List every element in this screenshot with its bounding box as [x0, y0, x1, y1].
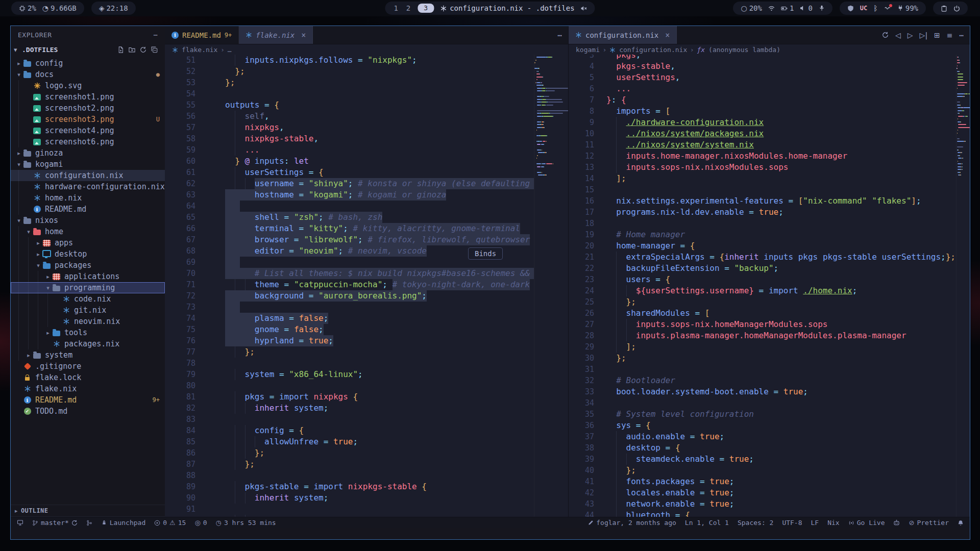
code-line[interactable]: 71 theme = "catppuccin-mocha"; # tokyo-n…	[165, 279, 534, 290]
tree-item-readme.md[interactable]: iREADME.md9+	[11, 394, 165, 406]
power-icon[interactable]	[953, 5, 960, 12]
tree-item-configuration.nix[interactable]: configuration.nix	[11, 170, 165, 181]
code-line[interactable]: 35 # System level configuration	[569, 409, 957, 420]
code-line[interactable]: 36 sys = {	[569, 420, 957, 431]
breadcrumb-file[interactable]: flake.nix	[182, 46, 217, 54]
wakatime-item[interactable]: ◷ 3 hrs 53 mins	[216, 519, 276, 527]
code-line[interactable]: 75 gnome = false;	[165, 324, 534, 335]
close-tab-icon[interactable]: ×	[665, 31, 670, 40]
code-line[interactable]: 23 users = {	[569, 274, 957, 285]
vpn-shield-icon[interactable]	[847, 5, 854, 12]
tree-item-docs[interactable]: ▾docs●	[11, 69, 165, 80]
tree-item-screenshot4.png[interactable]: screenshot4.png	[11, 125, 165, 136]
minimap[interactable]	[956, 55, 970, 528]
code-line[interactable]: 10 ../nixos/system/packages.nix	[569, 128, 957, 139]
code-line[interactable]: 89 pkgs-stable = import nixpkgs-stable {	[165, 481, 534, 492]
prettier-item[interactable]: ⊘ Prettier	[909, 519, 949, 527]
tree-item-todo.md[interactable]: ✓TODO.md	[11, 406, 165, 417]
outline-section[interactable]: ▸OUTLINE	[11, 505, 165, 516]
code-line[interactable]: 14 ];	[569, 173, 957, 184]
close-tab-icon[interactable]: ×	[301, 31, 306, 40]
code-line[interactable]: 64	[165, 201, 534, 212]
tree-item-apps[interactable]: ▸apps	[11, 237, 165, 248]
code-line[interactable]: 31	[569, 364, 957, 375]
tree-item-applications[interactable]: ▸applications	[11, 271, 165, 282]
tree-item-git.nix[interactable]: git.nix	[11, 305, 165, 316]
go-live-item[interactable]: Go Live	[848, 519, 885, 527]
code-line[interactable]: 18	[569, 218, 957, 229]
code-line[interactable]: 24 ${userSettings.username} = import ./h…	[569, 285, 957, 296]
tree-item-.gitignore[interactable]: .gitignore	[11, 361, 165, 372]
code-line[interactable]: 29 ];	[569, 341, 957, 353]
code-line[interactable]: 28 inputs.plasma-manager.homeManagerModu…	[569, 330, 957, 341]
code-line[interactable]: 20 home-manager = {	[569, 240, 957, 252]
sync-editor-icon[interactable]	[882, 32, 889, 38]
code-line[interactable]: 34	[569, 397, 957, 409]
tab-readme[interactable]: i README.md 9+	[165, 26, 239, 44]
pull-request-item[interactable]	[86, 520, 92, 526]
code-line[interactable]: 61 userSettings = {	[165, 167, 534, 178]
code-line[interactable]: 53};	[165, 77, 534, 88]
code-line[interactable]: 67 browser = "librewolf"; # firefox, lib…	[165, 234, 534, 245]
code-line[interactable]: 58 nixpkgs-stable,	[165, 133, 534, 144]
tree-item-packages[interactable]: ▾packages	[11, 260, 165, 271]
code-line[interactable]: 15	[569, 184, 957, 195]
code-line[interactable]: 25 };	[569, 296, 957, 308]
back-icon[interactable]: ◁	[895, 31, 901, 39]
ports-item[interactable]: ◎ 0	[194, 519, 207, 527]
code-line[interactable]: 11 ../nixos/system/system.nix	[569, 139, 957, 151]
code-line[interactable]: 32 # Bootloader	[569, 375, 957, 386]
breadcrumb-symbol[interactable]: (anonymous lambda)	[708, 46, 780, 54]
code-line[interactable]: 13 inputs.sops-nix.nixosModules.sops	[569, 162, 957, 173]
code-line[interactable]: 9 ./hardware-configuration.nix	[569, 117, 957, 128]
code-line[interactable]: 76 hyprland = true;	[165, 335, 534, 346]
code-line[interactable]: 27 inputs.sops-nix.homeManagerModules.so…	[569, 319, 957, 330]
encoding[interactable]: UTF-8	[782, 519, 802, 527]
code-line[interactable]: 91	[165, 504, 534, 515]
code-line[interactable]: 66 terminal = "kitty"; # kitty, alacritt…	[165, 223, 534, 234]
code-line[interactable]: 38 desktop = {	[569, 442, 957, 454]
code-line[interactable]: 17 programs.nix-ld.dev.enable = true;	[569, 207, 957, 218]
uc-tray-icon[interactable]: UC	[860, 5, 867, 12]
code-line[interactable]: 42 locales.enable = true;	[569, 487, 957, 498]
code-line[interactable]: 41 fonts.packages = true;	[569, 476, 957, 487]
tree-item-screenshot1.png[interactable]: screenshot1.png	[11, 91, 165, 103]
tree-item-logo.svg[interactable]: logo.svg	[11, 80, 165, 91]
notifications-item[interactable]	[958, 520, 964, 526]
code-line[interactable]: 87 };	[165, 459, 534, 470]
code-line[interactable]: 73	[165, 302, 534, 313]
code-line[interactable]: 5 userSettings,	[569, 72, 957, 83]
tree-item-screenshot6.png[interactable]: screenshot6.png	[11, 136, 165, 147]
mute-icon[interactable]	[581, 5, 587, 12]
tree-item-flake.lock[interactable]: flake.lock	[11, 372, 165, 383]
tree-item-kogami[interactable]: ▾kogami	[11, 159, 165, 170]
code-line[interactable]: 40 };	[569, 465, 957, 476]
tab-flake-nix[interactable]: flake.nix ×	[239, 26, 313, 44]
code-line[interactable]: 33 boot.loader.systemd-boot.enable = tru…	[569, 386, 957, 397]
tree-item-programming[interactable]: ▾programming	[11, 282, 165, 293]
code-line[interactable]: 8 imports = [	[569, 106, 957, 117]
code-line[interactable]: 85 allowUnfree = true;	[165, 436, 534, 447]
tab-configuration-nix[interactable]: configuration.nix ×	[569, 26, 677, 44]
code-line[interactable]: 7}: {	[569, 94, 957, 106]
code-line[interactable]: 51 inputs.nixpkgs.follows = "nixpkgs";	[165, 55, 534, 66]
refresh-explorer-icon[interactable]	[140, 46, 146, 53]
code-line[interactable]: 88	[165, 470, 534, 481]
code-line[interactable]: 86 };	[165, 447, 534, 459]
indicators-pill[interactable]: ○20% 1 0	[733, 2, 832, 15]
breadcrumb-file[interactable]: configuration.nix	[619, 46, 687, 54]
code-line[interactable]: 39 steamdeck.enable = true;	[569, 454, 957, 465]
list-icon[interactable]: ≡	[947, 31, 953, 39]
run-icon[interactable]: ▷|	[920, 31, 927, 39]
code-line[interactable]: 78	[165, 358, 534, 369]
code-line[interactable]: 60 } @ inputs: let	[165, 156, 534, 167]
git-blame-item[interactable]: foglar, 2 months ago	[588, 519, 676, 527]
more-editor-actions-icon[interactable]: ⋯	[960, 31, 964, 39]
tree-item-home[interactable]: ▾home	[11, 226, 165, 237]
clipboard-icon[interactable]	[941, 5, 947, 12]
code-line[interactable]: 84 config = {	[165, 425, 534, 436]
code-line[interactable]: 65 shell = "zsh"; # bash, zsh	[165, 212, 534, 223]
recorder-icon[interactable]	[884, 5, 891, 11]
tree-item-neovim.nix[interactable]: neovim.nix	[11, 316, 165, 327]
workspace-root-folder[interactable]: ▾ .DOTFILES	[11, 43, 165, 56]
